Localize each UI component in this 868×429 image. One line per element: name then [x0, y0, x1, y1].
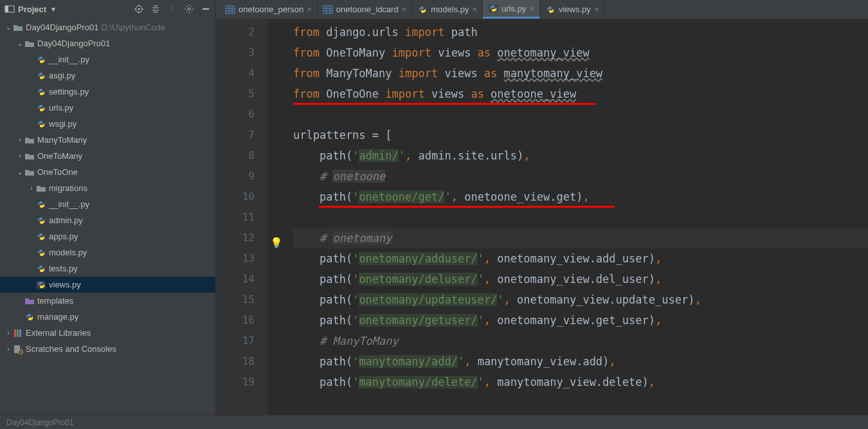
code-line[interactable]: # onetomany [293, 228, 868, 248]
chevron-right-icon[interactable]: › [4, 329, 13, 336]
close-icon[interactable]: × [594, 5, 599, 14]
expand-all-icon[interactable] [150, 3, 161, 15]
tree-item[interactable]: ·admin.py [0, 212, 215, 228]
status-bar: Day04DjangoPro01 [0, 415, 868, 429]
tree-item[interactable]: ›External Libraries [0, 325, 215, 341]
tree-item-label: Scratches and Consoles [26, 344, 116, 354]
code-line[interactable]: path('onetomany/getuser/', onetomany_vie… [293, 310, 868, 331]
close-icon[interactable]: × [529, 4, 534, 14]
py-icon [36, 280, 46, 290]
tree-item[interactable]: ·urls.py [0, 100, 215, 116]
editor-tab[interactable]: onetoone_person× [220, 0, 318, 19]
tree-item[interactable]: ·models.py [0, 244, 215, 260]
project-sidebar: Project ▼ ⌄Day04DjangoPro01 D:\U\pythonC… [0, 0, 216, 415]
tree-item-label: migrations [49, 183, 87, 193]
tree-item[interactable]: ›migrations [0, 180, 215, 196]
tab-label: models.py [431, 5, 469, 14]
tree-item-label: apps.py [49, 232, 78, 241]
close-icon[interactable]: × [402, 5, 407, 14]
table-icon [225, 5, 235, 15]
tree-item[interactable]: ·tests.py [0, 260, 215, 277]
code-editor[interactable]: from django.urls import pathfrom OneToMa… [267, 19, 868, 415]
code-line[interactable]: # onetoone [293, 166, 868, 187]
editor-tab[interactable]: models.py× [412, 0, 483, 19]
tree-item[interactable]: ·__init__.py [0, 196, 215, 212]
gutter: 23456789101112💡13141516171819 [216, 19, 267, 415]
line-number: 10 [216, 187, 267, 207]
code-line[interactable] [293, 207, 868, 228]
line-number: 15 [216, 289, 267, 310]
chevron-down-icon[interactable]: ⌄ [15, 40, 24, 47]
chevron-right-icon[interactable]: › [27, 185, 36, 192]
tree-item-label: OneToOne [37, 167, 78, 177]
svg-point-3 [138, 8, 140, 10]
editor-tab[interactable]: onetoone_idcard× [318, 0, 412, 19]
code-line[interactable]: path('admin/', admin.site.urls), [293, 145, 868, 166]
chevron-right-icon[interactable]: › [15, 152, 24, 160]
settings-gear-icon[interactable] [183, 3, 195, 15]
tree-item[interactable]: ·wsgi.py [0, 116, 215, 132]
chevron-down-icon[interactable]: ⌄ [4, 24, 13, 31]
code-line[interactable]: from OneToMany import views as onetomany… [293, 42, 868, 63]
chevron-right-icon[interactable]: › [15, 136, 24, 143]
code-line[interactable]: urlpatterns = [ [293, 125, 868, 145]
tab-label: views.py [559, 5, 591, 14]
tree-item-label: asgi.py [49, 71, 75, 80]
py-icon [488, 3, 498, 14]
svg-rect-23 [226, 6, 235, 14]
code-line[interactable]: path('onetoone/get/', onetoone_view.get)… [293, 187, 868, 207]
tree-item[interactable]: ⌄Day04DjangoPro01 [0, 35, 215, 51]
code-line[interactable]: from ManyToMany import views as manytoma… [293, 63, 868, 84]
code-line[interactable]: path('onetomany/adduser/', onetomany_vie… [293, 248, 868, 269]
locate-icon[interactable] [133, 3, 145, 15]
tree-item[interactable]: ·apps.py [0, 228, 215, 244]
line-number: 11 [216, 207, 267, 228]
tree-item[interactable]: ·settings.py [0, 84, 215, 100]
folder-icon [13, 23, 23, 33]
tree-item[interactable]: ›Scratches and Consoles [0, 341, 215, 357]
hide-icon[interactable] [200, 3, 212, 15]
close-icon[interactable]: × [307, 5, 312, 14]
project-tree[interactable]: ⌄Day04DjangoPro01 D:\U\pythonCode⌄Day04D… [0, 18, 215, 357]
code-line[interactable] [293, 104, 868, 125]
code-line[interactable]: path('manytomany/add/', manytomany_view.… [293, 351, 868, 372]
tree-item[interactable]: ›OneToMany [0, 148, 215, 164]
code-line[interactable]: # ManyToMany [293, 331, 868, 351]
tree-item[interactable]: ·views.py [0, 277, 215, 293]
svg-rect-19 [17, 329, 19, 337]
line-number: 14 [216, 269, 267, 289]
tree-item[interactable]: ⌄OneToOne [0, 164, 215, 180]
close-icon[interactable]: × [473, 5, 478, 14]
chevron-right-icon[interactable]: › [4, 345, 13, 352]
tab-label: onetoone_person [239, 5, 303, 14]
py-icon [36, 215, 46, 226]
tree-item[interactable]: ·__init__.py [0, 51, 215, 68]
tree-item-hint: D:\U\pythonCode [101, 23, 165, 32]
tree-item-label: __init__.py [49, 55, 89, 64]
code-line[interactable]: path('manytomany/delete/', manytomany_vi… [293, 372, 868, 392]
tree-item[interactable]: ⌄Day04DjangoPro01 D:\U\pythonCode [0, 19, 215, 35]
folder-icon [24, 151, 35, 161]
code-line[interactable]: path('onetomany/deluser/', onetomany_vie… [293, 269, 868, 289]
code-line[interactable]: from django.urls import path [293, 22, 868, 42]
editor-tab[interactable]: views.py× [540, 0, 604, 19]
editor-area: onetoone_person×onetoone_idcard×models.p… [216, 0, 868, 415]
editor-tab[interactable]: urls.py× [483, 0, 540, 19]
tree-item[interactable]: ›ManyToMany [0, 132, 215, 148]
py-icon [36, 87, 46, 97]
code-line[interactable]: path('onetomany/updateuser/', onetomany_… [293, 289, 868, 310]
tree-item[interactable]: ·templates [0, 293, 215, 309]
line-number: 13 [216, 248, 267, 269]
line-number: 8 [216, 145, 267, 166]
svg-point-4 [188, 8, 190, 10]
sidebar-dropdown-icon[interactable]: ▼ [50, 6, 57, 13]
sidebar-title[interactable]: Project [18, 5, 46, 14]
tree-item[interactable]: ·manage.py [0, 309, 215, 325]
project-view-icon[interactable] [4, 3, 15, 15]
py-icon [36, 248, 46, 258]
code-line[interactable]: from OneToOne import views as onetoone_v… [293, 84, 868, 104]
tree-item[interactable]: ·asgi.py [0, 68, 215, 84]
py-icon [36, 55, 46, 65]
chevron-down-icon[interactable]: ⌄ [15, 169, 24, 176]
svg-rect-1 [5, 6, 8, 12]
